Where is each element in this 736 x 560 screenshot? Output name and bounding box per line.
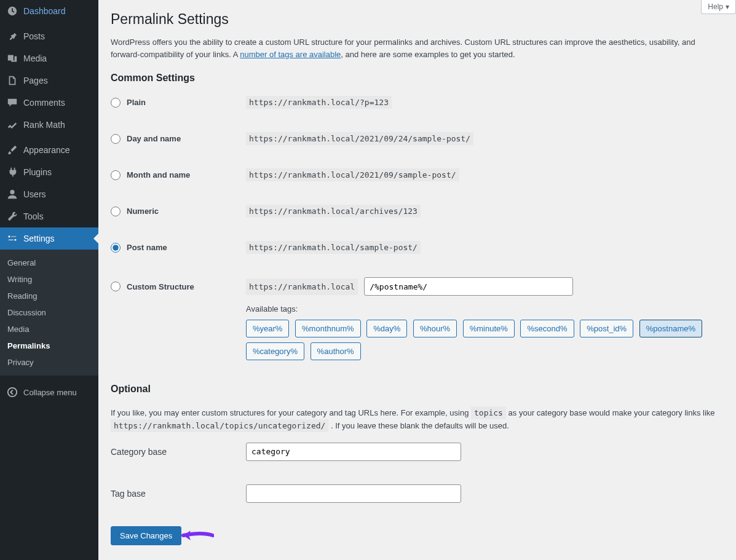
- save-changes-button[interactable]: Save Changes: [111, 526, 181, 545]
- pages-icon: [6, 74, 18, 87]
- permalink-option-numeric: Numeric https://rankmath.local/archives/…: [111, 205, 724, 218]
- menu-settings[interactable]: Settings: [0, 227, 98, 250]
- collapse-menu-button[interactable]: Collapse menu: [0, 382, 98, 403]
- help-label: Help: [708, 2, 723, 11]
- example-numeric: https://rankmath.local/archives/123: [246, 205, 421, 218]
- permalink-option-month-name: Month and name https://rankmath.local/20…: [111, 168, 724, 181]
- menu-comments[interactable]: Comments: [0, 92, 98, 114]
- menu-posts[interactable]: Posts: [0, 25, 98, 47]
- comment-icon: [6, 97, 18, 109]
- menu-label: Media: [23, 53, 47, 63]
- custom-structure-input[interactable]: [364, 277, 573, 296]
- menu-label: Posts: [23, 31, 45, 41]
- main-content: Help ▾ Permalink Settings WordPress offe…: [98, 0, 736, 560]
- tag-base-row: Tag base: [111, 484, 724, 503]
- radio-custom[interactable]: [111, 282, 121, 291]
- submenu-general[interactable]: General: [0, 254, 98, 271]
- optional-heading: Optional: [111, 384, 724, 395]
- menu-tools[interactable]: Tools: [0, 205, 98, 227]
- menu-pages[interactable]: Pages: [0, 69, 98, 92]
- tag-year-button[interactable]: %year%: [246, 320, 289, 337]
- pin-icon: [6, 30, 18, 42]
- intro-text: WordPress offers you the ability to crea…: [111, 36, 724, 60]
- tag-base-input[interactable]: [246, 484, 461, 503]
- example-post-name: https://rankmath.local/sample-post/: [246, 241, 421, 254]
- admin-sidebar: Dashboard Posts Media Pages Comments Ran…: [0, 0, 98, 560]
- media-icon: [6, 52, 18, 65]
- plugin-icon: [6, 166, 18, 178]
- wrench-icon: [6, 210, 18, 223]
- tag-category-button[interactable]: %category%: [246, 342, 304, 360]
- menu-label: Comments: [23, 98, 65, 108]
- menu-appearance[interactable]: Appearance: [0, 139, 98, 161]
- submenu-permalinks[interactable]: Permalinks: [0, 337, 98, 354]
- label-day-name: Day and name: [127, 134, 181, 143]
- label-month-name: Month and name: [127, 170, 190, 179]
- category-base-row: Category base: [111, 443, 724, 461]
- tag-monthnum-button[interactable]: %monthnum%: [295, 320, 361, 337]
- permalink-option-plain: Plain https://rankmath.local/?p=123: [111, 96, 724, 109]
- menu-media[interactable]: Media: [0, 47, 98, 69]
- submenu-discussion[interactable]: Discussion: [0, 304, 98, 321]
- permalink-option-post-name: Post name https://rankmath.local/sample-…: [111, 241, 724, 254]
- tags-docs-link[interactable]: number of tags are available: [240, 50, 341, 59]
- radio-day-name[interactable]: [111, 134, 121, 144]
- permalink-option-day-name: Day and name https://rankmath.local/2021…: [111, 132, 724, 145]
- example-month-name: https://rankmath.local/2021/09/sample-po…: [246, 168, 459, 181]
- settings-submenu: General Writing Reading Discussion Media…: [0, 250, 98, 376]
- label-post-name: Post name: [127, 243, 167, 252]
- label-plain: Plain: [127, 98, 146, 107]
- help-button[interactable]: Help ▾: [701, 0, 736, 14]
- label-custom: Custom Structure: [127, 282, 194, 291]
- example-day-name: https://rankmath.local/2021/09/24/sample…: [246, 132, 473, 145]
- tags-label: Available tags:: [246, 304, 713, 314]
- submenu-reading[interactable]: Reading: [0, 288, 98, 304]
- label-numeric: Numeric: [127, 207, 159, 216]
- tag-second-button[interactable]: %second%: [520, 320, 574, 337]
- radio-post-name[interactable]: [111, 243, 121, 253]
- example-plain: https://rankmath.local/?p=123: [246, 96, 392, 109]
- menu-rankmath[interactable]: Rank Math: [0, 114, 98, 136]
- optional-description: If you like, you may enter custom struct…: [111, 407, 724, 433]
- annotation-arrow-icon: [177, 527, 214, 543]
- submenu-media[interactable]: Media: [0, 321, 98, 337]
- permalink-option-custom: Custom Structure https://rankmath.local: [111, 277, 724, 296]
- menu-plugins[interactable]: Plugins: [0, 161, 98, 183]
- menu-label: Users: [23, 189, 46, 199]
- category-base-label: Category base: [111, 447, 246, 457]
- menu-users[interactable]: Users: [0, 183, 98, 205]
- tag-hour-button[interactable]: %hour%: [413, 320, 457, 337]
- brush-icon: [6, 144, 18, 156]
- menu-label: Appearance: [23, 145, 70, 155]
- common-settings-heading: Common Settings: [111, 73, 724, 84]
- radio-numeric[interactable]: [111, 207, 121, 216]
- svg-point-0: [10, 190, 14, 194]
- collapse-label: Collapse menu: [23, 388, 77, 397]
- svg-point-1: [8, 388, 17, 396]
- settings-icon: [6, 232, 18, 245]
- chevron-down-icon: ▾: [726, 2, 729, 11]
- tag-postname-button[interactable]: %postname%: [639, 320, 702, 337]
- category-base-input[interactable]: [246, 443, 461, 461]
- menu-dashboard[interactable]: Dashboard: [0, 0, 98, 22]
- code-topics: topics: [471, 406, 506, 419]
- radio-plain[interactable]: [111, 98, 121, 108]
- menu-label: Rank Math: [23, 120, 65, 130]
- chart-icon: [6, 119, 18, 131]
- submenu-privacy[interactable]: Privacy: [0, 354, 98, 371]
- custom-url-prefix: https://rankmath.local: [246, 278, 358, 295]
- tag-postid-button[interactable]: %post_id%: [580, 320, 633, 337]
- page-title: Permalink Settings: [111, 0, 724, 28]
- menu-label: Plugins: [23, 167, 52, 177]
- dashboard-icon: [6, 5, 18, 17]
- tag-author-button[interactable]: %author%: [311, 342, 361, 360]
- code-topics-url: https://rankmath.local/topics/uncategori…: [111, 419, 328, 432]
- tag-minute-button[interactable]: %minute%: [463, 320, 515, 337]
- menu-label: Settings: [23, 234, 55, 243]
- radio-month-name[interactable]: [111, 170, 121, 180]
- submenu-writing[interactable]: Writing: [0, 271, 98, 288]
- collapse-icon: [6, 387, 18, 398]
- tag-day-button[interactable]: %day%: [366, 320, 407, 337]
- tag-base-label: Tag base: [111, 489, 246, 499]
- menu-label: Tools: [23, 211, 44, 221]
